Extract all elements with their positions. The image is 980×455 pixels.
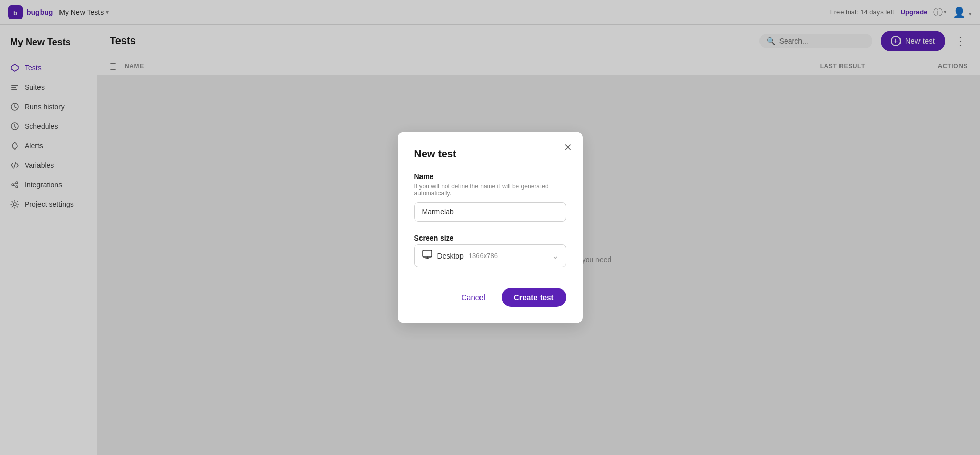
- screen-size-dropdown[interactable]: Desktop 1366x786 ⌄: [414, 244, 566, 267]
- test-name-input[interactable]: [414, 202, 566, 222]
- screen-size-chevron-icon: ⌄: [552, 252, 558, 260]
- name-form-group: Name If you will not define the name it …: [414, 172, 566, 222]
- modal-overlay: New test ✕ Name If you will not define t…: [0, 0, 980, 455]
- name-hint: If you will not define the name it will …: [414, 183, 566, 197]
- new-test-modal: New test ✕ Name If you will not define t…: [398, 132, 583, 323]
- screen-size-type: Desktop: [437, 252, 464, 260]
- svg-rect-13: [423, 250, 432, 257]
- modal-title: New test: [414, 148, 566, 160]
- name-label: Name: [414, 172, 566, 181]
- close-icon: ✕: [564, 142, 572, 153]
- screen-size-form-group: Screen size Desktop 1366x786 ⌄: [414, 234, 566, 267]
- screen-size-label: Screen size: [414, 234, 566, 242]
- monitor-icon: [422, 250, 432, 262]
- modal-close-button[interactable]: ✕: [564, 142, 572, 152]
- create-test-button[interactable]: Create test: [502, 288, 566, 307]
- screen-size-resolution: 1366x786: [469, 252, 498, 260]
- cancel-button[interactable]: Cancel: [453, 288, 493, 307]
- modal-actions: Cancel Create test: [414, 288, 566, 307]
